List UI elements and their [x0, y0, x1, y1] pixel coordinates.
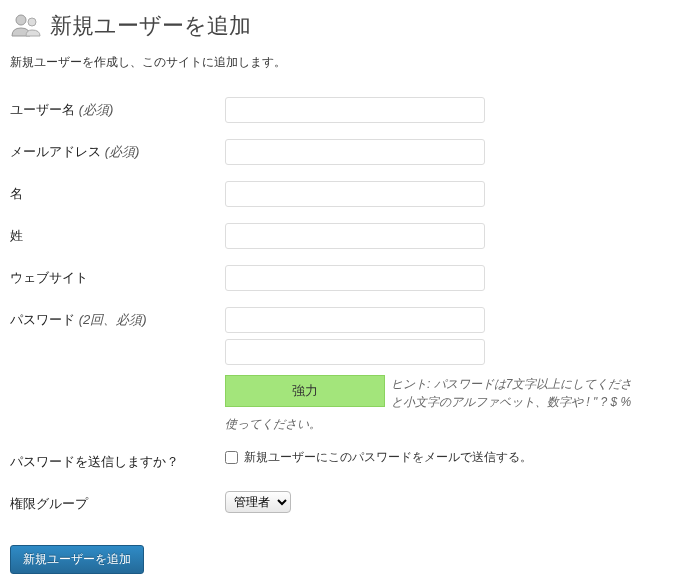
users-icon: [10, 10, 42, 42]
form-table: ユーザー名 (必須) メールアドレス (必須) 名 姓 ウェブサイト パスワード…: [10, 89, 690, 525]
role-select[interactable]: 管理者: [225, 491, 291, 513]
password-hint: ヒント: パスワードは7文字以上にしてくださ と小文字のアルファベット、数字や …: [391, 375, 690, 411]
password-hint-cont: 使ってください。: [225, 415, 690, 433]
firstname-input[interactable]: [225, 181, 485, 207]
password-label: パスワード (2回、必須): [10, 299, 225, 441]
lastname-label: 姓: [10, 215, 225, 257]
submit-button[interactable]: 新規ユーザーを追加: [10, 545, 144, 574]
email-label: メールアドレス (必須): [10, 131, 225, 173]
password-input-2[interactable]: [225, 339, 485, 365]
svg-point-1: [28, 18, 36, 26]
website-label: ウェブサイト: [10, 257, 225, 299]
page-title: 新規ユーザーを追加: [50, 11, 251, 41]
lastname-input[interactable]: [225, 223, 485, 249]
password-input-1[interactable]: [225, 307, 485, 333]
email-input[interactable]: [225, 139, 485, 165]
username-input[interactable]: [225, 97, 485, 123]
firstname-label: 名: [10, 173, 225, 215]
sendpw-checkbox-label: 新規ユーザーにこのパスワードをメールで送信する。: [244, 449, 532, 466]
page-description: 新規ユーザーを作成し、このサイトに追加します。: [10, 54, 690, 71]
page-header: 新規ユーザーを追加: [10, 10, 690, 42]
website-input[interactable]: [225, 265, 485, 291]
username-label: ユーザー名 (必須): [10, 89, 225, 131]
svg-point-0: [16, 15, 26, 25]
password-strength-meter: 強力: [225, 375, 385, 407]
sendpw-checkbox[interactable]: [225, 451, 238, 464]
role-label: 権限グループ: [10, 483, 225, 525]
sendpw-label: パスワードを送信しますか？: [10, 441, 225, 483]
sendpw-row[interactable]: 新規ユーザーにこのパスワードをメールで送信する。: [225, 449, 690, 466]
